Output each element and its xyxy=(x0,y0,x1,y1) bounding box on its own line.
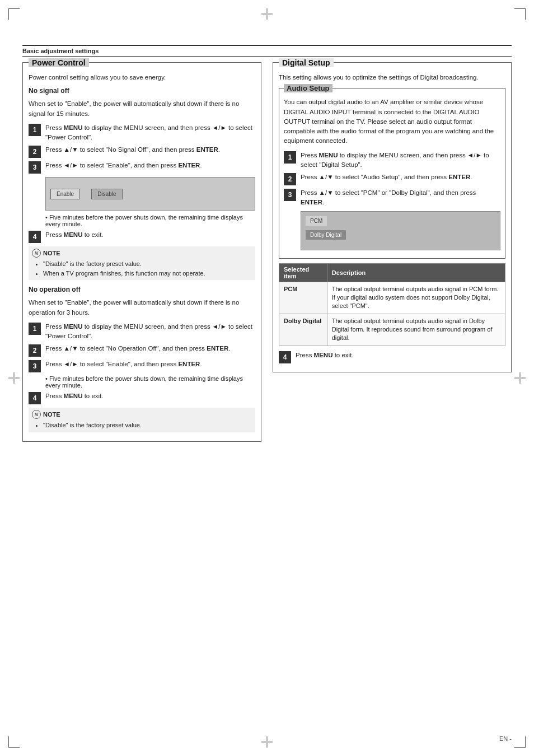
audio-setup-title: Audio Setup xyxy=(284,84,332,92)
digital-setup-title: Digital Setup xyxy=(279,58,334,67)
step-text-a4: Press MENU to exit. xyxy=(296,351,505,360)
table-row-dolby: Dolby Digital The optical output termina… xyxy=(279,314,505,346)
note-icon-1: N xyxy=(32,249,41,258)
pcm-dolby-screen: PCM Dolby Digital xyxy=(301,211,500,250)
table-header-desc: Description xyxy=(327,263,505,282)
main-columns: Power Control Power control setting allo… xyxy=(22,62,512,449)
note-label-1: NOTE xyxy=(43,250,60,256)
step-4-no-op: 4 Press MENU to exit. xyxy=(29,391,255,404)
step-2-audio: 2 Press ▲/▼ to select "Audio Setup", and… xyxy=(284,172,500,185)
no-signal-desc: When set to "Enable", the power will aut… xyxy=(29,99,255,119)
step-text-3: Press ◄/► to select "Enable", and then p… xyxy=(45,161,255,170)
step-text-a3: Press ▲/▼ to select "PCM" or "Dolby Digi… xyxy=(301,188,500,208)
dolby-item: Dolby Digital xyxy=(306,229,495,241)
no-operation-desc: When set to "Enable", the power will aut… xyxy=(29,298,255,318)
power-control-intro: Power control setting allows you to save… xyxy=(29,73,255,82)
note-label-2: NOTE xyxy=(43,411,60,418)
step-num-2b: 2 xyxy=(29,344,41,357)
step-num-3: 3 xyxy=(29,161,41,174)
step-text-a2: Press ▲/▼ to select "Audio Setup", and t… xyxy=(301,172,500,182)
table-header-item: Selected item xyxy=(279,263,327,282)
step-num-2: 2 xyxy=(29,146,41,158)
digital-setup-section: Digital Setup This setting allows you to… xyxy=(273,62,512,372)
digital-setup-intro: This setting allows you to optimize the … xyxy=(279,73,505,82)
table-desc-pcm: The optical output terminal outputs audi… xyxy=(327,282,505,314)
screen-note-1: • Five minutes before the power shuts do… xyxy=(45,214,255,227)
step-num-4: 4 xyxy=(29,231,41,243)
step-4-audio: 4 Press MENU to exit. xyxy=(279,351,505,363)
note-item-1-2: When a TV program finishes, this functio… xyxy=(43,269,252,278)
step-text-2b: Press ▲/▼ to select "No Operation Off", … xyxy=(45,344,255,353)
step-num-a3: 3 xyxy=(284,189,296,201)
note-list-2: "Disable" is the factory preset value. xyxy=(32,421,252,430)
step-1-no-op: 1 Press MENU to display the MENU screen,… xyxy=(29,322,255,342)
note-box-2: N NOTE "Disable" is the factory preset v… xyxy=(29,408,255,432)
note-header-1: N NOTE xyxy=(32,249,252,258)
pcm-item: PCM xyxy=(306,215,495,227)
step-num-4b: 4 xyxy=(29,392,41,404)
top-divider xyxy=(22,45,512,46)
note-box-1: N NOTE "Disable" is the factory preset v… xyxy=(29,246,255,280)
dolby-label: Dolby Digital xyxy=(306,230,346,240)
screen-note-2: • Five minutes before the power shuts do… xyxy=(45,375,255,389)
disable-btn: Disable xyxy=(91,189,122,199)
right-crosshair xyxy=(514,372,526,384)
corner-mark-tl xyxy=(8,8,20,20)
power-control-section: Power Control Power control setting allo… xyxy=(22,62,261,442)
step-num-a1: 1 xyxy=(284,151,296,164)
note-list-1: "Disable" is the factory preset value. W… xyxy=(32,259,252,278)
step-num-a2: 2 xyxy=(284,173,296,185)
left-column: Power Control Power control setting allo… xyxy=(22,62,261,449)
note-icon-2: N xyxy=(32,410,41,419)
page-heading: Basic adjustment settings xyxy=(22,48,512,57)
audio-setup-desc: You can output digital audio to an AV am… xyxy=(284,97,500,146)
note-item-2-1: "Disable" is the factory preset value. xyxy=(43,421,252,430)
page-number: EN - xyxy=(499,735,512,742)
step-text-a1: Press MENU to display the MENU screen, a… xyxy=(301,151,500,170)
corner-mark-bl xyxy=(8,736,20,748)
step-text-4b: Press MENU to exit. xyxy=(45,391,255,401)
step-num-1: 1 xyxy=(29,124,41,136)
enable-btn: Enable xyxy=(50,189,80,199)
step-num-3b: 3 xyxy=(29,360,41,372)
step-2-no-op: 2 Press ▲/▼ to select "No Operation Off"… xyxy=(29,344,255,357)
table-item-dolby: Dolby Digital xyxy=(279,314,327,346)
step-1-no-signal: 1 Press MENU to display the MENU screen,… xyxy=(29,123,255,143)
audio-setup-box: Audio Setup You can output digital audio… xyxy=(279,88,505,258)
table-item-pcm: PCM xyxy=(279,282,327,314)
step-3-audio: 3 Press ▲/▼ to select "PCM" or "Dolby Di… xyxy=(284,188,500,208)
right-column: Digital Setup This setting allows you to… xyxy=(273,62,512,449)
corner-mark-tr xyxy=(514,8,526,20)
enable-disable-screen: Enable Disable xyxy=(45,177,255,211)
step-text-1: Press MENU to display the MENU screen, a… xyxy=(45,123,255,143)
note-item-1-1: "Disable" is the factory preset value. xyxy=(43,259,252,269)
step-3-no-signal: 3 Press ◄/► to select "Enable", and then… xyxy=(29,161,255,174)
step-4-no-signal: 4 Press MENU to exit. xyxy=(29,230,255,243)
note-header-2: N NOTE xyxy=(32,410,252,419)
step-1-audio: 1 Press MENU to display the MENU screen,… xyxy=(284,151,500,170)
table-row-pcm: PCM The optical output terminal outputs … xyxy=(279,282,505,314)
step-text-3b: Press ◄/► to select "Enable", and then p… xyxy=(45,360,255,369)
pcm-label: PCM xyxy=(306,216,327,226)
step-3-no-op: 3 Press ◄/► to select "Enable", and then… xyxy=(29,360,255,372)
no-operation-heading: No operation off xyxy=(29,286,255,293)
step-2-no-signal: 2 Press ▲/▼ to select "No Signal Off", a… xyxy=(29,145,255,158)
step-num-1b: 1 xyxy=(29,323,41,335)
step-text-1b: Press MENU to display the MENU screen, a… xyxy=(45,322,255,342)
table-desc-dolby: The optical output terminal outputs audi… xyxy=(327,314,505,346)
no-signal-heading: No signal off xyxy=(29,87,255,95)
step-text-2: Press ▲/▼ to select "No Signal Off", and… xyxy=(45,145,255,155)
step-text-4: Press MENU to exit. xyxy=(45,230,255,240)
power-control-title: Power Control xyxy=(29,58,89,67)
corner-mark-br xyxy=(514,736,526,748)
audio-info-table: Selected item Description PCM The optica… xyxy=(279,263,505,346)
left-crosshair xyxy=(8,372,20,384)
top-crosshair xyxy=(261,8,273,20)
page-content: Basic adjustment settings Power Control … xyxy=(22,45,512,449)
bottom-crosshair xyxy=(261,736,273,748)
step-num-a4: 4 xyxy=(279,351,291,363)
